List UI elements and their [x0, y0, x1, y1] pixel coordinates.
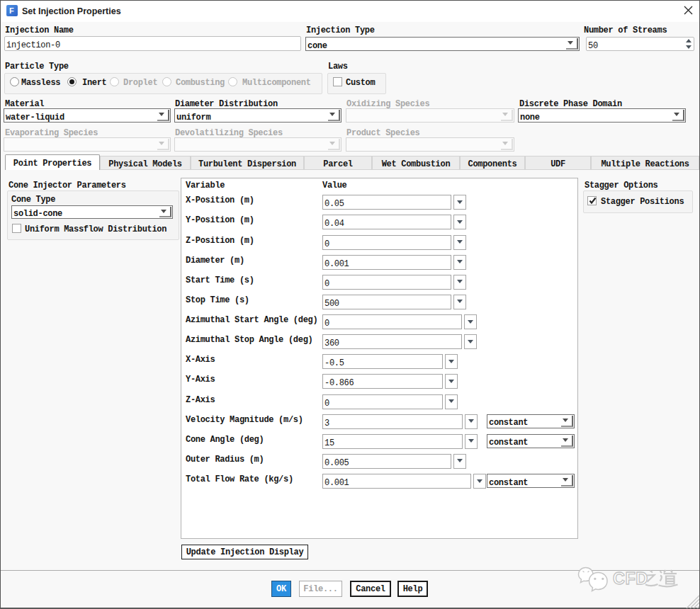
svg-text:CFD: CFD — [613, 569, 648, 588]
